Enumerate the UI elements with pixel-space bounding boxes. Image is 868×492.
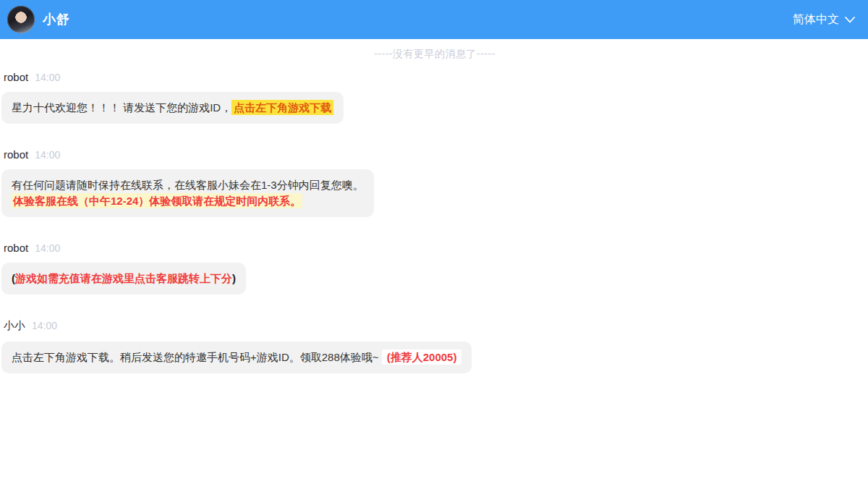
no-earlier-messages-divider: -----没有更早的消息了----- [1, 48, 868, 61]
message-bubble: 有任何问题请随时保持在线联系，在线客服小妹会在1-3分钟内回复您噢。体验客服在线… [1, 169, 374, 217]
message-meta: robot14:00 [1, 242, 868, 254]
message-segment: 有任何问题请随时保持在线联系，在线客服小妹会在1-3分钟内回复您噢。 [12, 179, 364, 191]
language-selector[interactable]: 简体中文 [793, 12, 855, 27]
chat-message-area: -----没有更早的消息了----- robot14:00星力十代欢迎您！！！ … [0, 39, 868, 373]
message-segment: 体验客服在线（中午12-24）体验领取请在规定时间内联系。 [12, 193, 302, 208]
chat-message: robot14:00(游戏如需充值请在游戏里点击客服跳转上下分) [1, 242, 868, 294]
message-sender: robot [4, 242, 28, 254]
chat-message: 小小14:00点击左下角游戏下载。稍后发送您的特邀手机号码+游戏ID。领取288… [1, 319, 868, 373]
message-meta: robot14:00 [1, 148, 868, 161]
message-sender: robot [4, 148, 28, 161]
message-segment: 点击左下角游戏下载 [231, 100, 333, 115]
message-bubble: 星力十代欢迎您！！！ 请发送下您的游戏ID，点击左下角游戏下载 [1, 92, 344, 124]
message-time: 14:00 [35, 149, 60, 161]
message-list: robot14:00星力十代欢迎您！！！ 请发送下您的游戏ID，点击左下角游戏下… [1, 71, 868, 373]
chat-message: robot14:00星力十代欢迎您！！！ 请发送下您的游戏ID，点击左下角游戏下… [1, 71, 868, 124]
message-segment: 星力十代欢迎您！！！ 请发送下您的游戏ID， [12, 101, 231, 114]
message-sender: 小小 [4, 319, 25, 333]
message-meta: 小小14:00 [1, 319, 868, 333]
message-time: 14:00 [35, 242, 60, 254]
message-segment: 游戏如需充值请在游戏里点击客服跳转上下分 [15, 272, 232, 284]
agent-avatar [7, 6, 35, 33]
chat-message: robot14:00有任何问题请随时保持在线联系，在线客服小妹会在1-3分钟内回… [1, 148, 868, 217]
chevron-down-icon [845, 17, 855, 23]
message-meta: robot14:00 [1, 71, 868, 83]
language-selector-label: 简体中文 [793, 12, 839, 27]
message-segment: 点击左下角游戏下载。稍后发送您的特邀手机号码+游戏ID。领取288体验哦~ [12, 351, 382, 363]
message-segment: (推荐人20005) [382, 349, 462, 365]
message-time: 14:00 [35, 72, 60, 83]
message-bubble: (游戏如需充值请在游戏里点击客服跳转上下分) [1, 263, 246, 294]
message-time: 14:00 [32, 320, 57, 331]
message-segment: ) [232, 272, 236, 284]
message-bubble: 点击左下角游戏下载。稍后发送您的特邀手机号码+游戏ID。领取288体验哦~ (推… [1, 342, 472, 373]
chat-header: 小舒 简体中文 [0, 0, 868, 39]
message-sender: robot [4, 71, 28, 83]
agent-name: 小舒 [43, 11, 70, 28]
